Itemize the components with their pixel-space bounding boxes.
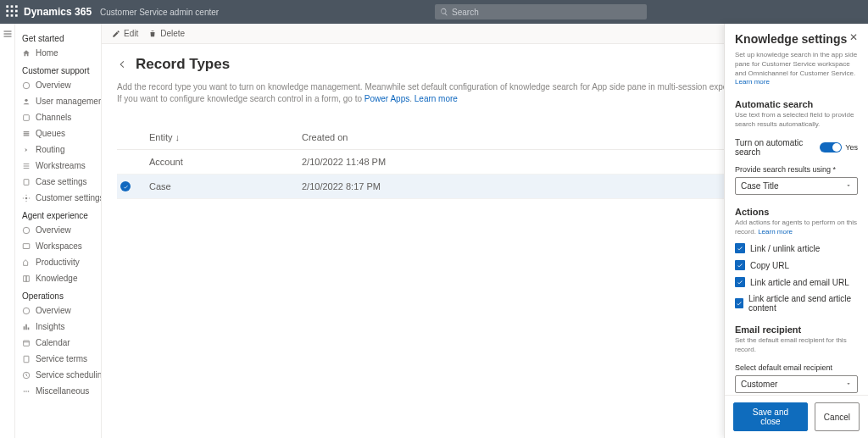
search-field-select[interactable]: Case Title bbox=[735, 177, 858, 195]
svg-point-28 bbox=[28, 391, 30, 392]
chevron-down-icon bbox=[845, 380, 852, 387]
app-launcher-icon[interactable] bbox=[5, 4, 24, 20]
sidebar-item-productivity[interactable]: Productivity bbox=[15, 254, 101, 270]
svg-rect-9 bbox=[3, 31, 11, 32]
svg-rect-6 bbox=[6, 14, 8, 17]
search-placeholder: Search bbox=[452, 8, 479, 17]
svg-rect-2 bbox=[15, 5, 18, 8]
svg-point-22 bbox=[23, 308, 30, 314]
actions-learn-more-link[interactable]: Learn more bbox=[758, 228, 793, 236]
close-icon[interactable]: ✕ bbox=[849, 32, 858, 42]
power-apps-link[interactable]: Power Apps bbox=[364, 94, 409, 103]
email-recipient-desc: Set the default email recipient for this… bbox=[735, 336, 858, 355]
sidebar-group-operations: Operations bbox=[15, 286, 101, 302]
sidebar-group-get-started: Get started bbox=[15, 29, 101, 45]
svg-rect-14 bbox=[24, 114, 30, 120]
action-checkbox-row[interactable]: Link article and email URL bbox=[735, 277, 858, 287]
sidebar-item-user-management[interactable]: User management bbox=[15, 93, 101, 109]
svg-rect-11 bbox=[3, 36, 11, 37]
action-checkbox-row[interactable]: Link article and send article content bbox=[735, 294, 858, 313]
sidebar-item-service-terms[interactable]: Service terms bbox=[15, 351, 101, 367]
search-icon bbox=[440, 8, 448, 16]
sidebar-item-workspaces[interactable]: Workspaces bbox=[15, 238, 101, 254]
actions-desc: Add actions for agents to perform on thi… bbox=[735, 219, 858, 237]
sidebar-item-workstreams[interactable]: Workstreams bbox=[15, 158, 101, 174]
email-recipient-label: Select default email recipient bbox=[735, 363, 858, 372]
back-icon[interactable] bbox=[117, 59, 127, 69]
email-recipient-heading: Email recipient bbox=[735, 324, 858, 335]
learn-more-link-2[interactable]: Learn more bbox=[415, 94, 458, 103]
panel-title: Knowledge settings bbox=[735, 32, 847, 46]
sidebar-item-op-overview[interactable]: Overview bbox=[15, 302, 101, 319]
hamburger-icon[interactable] bbox=[3, 29, 13, 39]
save-and-close-button[interactable]: Save and close bbox=[733, 402, 808, 431]
delete-icon bbox=[148, 30, 157, 38]
sidebar-item-customer-settings[interactable]: Customer settings bbox=[15, 190, 101, 206]
search-field-label: Provide search results using * bbox=[735, 165, 858, 174]
row-selected-icon bbox=[120, 181, 131, 191]
sidebar-item-insights[interactable]: Insights bbox=[15, 319, 101, 335]
sidebar-item-ae-overview[interactable]: Overview bbox=[15, 222, 101, 238]
svg-point-20 bbox=[23, 227, 30, 234]
top-bar: Dynamics 365 Customer Service admin cent… bbox=[0, 0, 868, 24]
svg-rect-1 bbox=[11, 5, 14, 8]
svg-rect-16 bbox=[24, 133, 30, 134]
actions-heading: Actions bbox=[735, 207, 858, 217]
automatic-search-heading: Automatic search bbox=[735, 99, 858, 109]
nav-rail bbox=[0, 24, 15, 438]
brand-name: Dynamics 365 bbox=[24, 6, 92, 18]
svg-rect-15 bbox=[24, 131, 30, 132]
panel-subtitle: Set up knowledge search in the app side … bbox=[735, 51, 858, 87]
auto-search-toggle[interactable] bbox=[820, 142, 842, 152]
svg-rect-0 bbox=[6, 5, 8, 8]
edit-button[interactable]: Edit bbox=[112, 29, 138, 38]
sidebar-item-case-settings[interactable]: Case settings bbox=[15, 174, 101, 190]
sidebar-item-queues[interactable]: Queues bbox=[15, 125, 101, 141]
app-name: Customer Service admin center bbox=[100, 8, 219, 17]
auto-search-toggle-label: Turn on automatic search bbox=[735, 138, 820, 157]
sidebar-item-knowledge[interactable]: Knowledge bbox=[15, 270, 101, 286]
svg-point-12 bbox=[23, 82, 30, 89]
sidebar-group-agent-experience: Agent experience bbox=[15, 206, 101, 222]
sidebar: Get started Home Customer support Overvi… bbox=[15, 24, 102, 438]
global-search-input[interactable]: Search bbox=[435, 4, 647, 19]
sidebar-item-calendar[interactable]: Calendar bbox=[15, 335, 101, 351]
action-checkbox-row[interactable]: Copy URL bbox=[735, 260, 858, 270]
svg-rect-4 bbox=[11, 9, 14, 12]
sidebar-item-overview[interactable]: Overview bbox=[15, 77, 101, 93]
svg-rect-18 bbox=[24, 179, 29, 185]
sidebar-item-home[interactable]: Home bbox=[15, 45, 101, 61]
knowledge-settings-panel: Knowledge settings ✕ Set up knowledge se… bbox=[724, 24, 868, 438]
page-title: Record Types bbox=[136, 56, 230, 73]
svg-point-19 bbox=[25, 197, 28, 199]
checkbox-icon bbox=[735, 298, 743, 308]
svg-rect-23 bbox=[24, 341, 30, 346]
svg-rect-21 bbox=[23, 243, 30, 248]
sidebar-item-routing[interactable]: Routing bbox=[15, 141, 101, 158]
edit-icon bbox=[112, 30, 120, 38]
checkbox-icon bbox=[735, 260, 745, 270]
panel-learn-more-link[interactable]: Learn more bbox=[735, 78, 770, 86]
column-entity[interactable]: Entity ↓ bbox=[149, 132, 302, 142]
action-checkbox-row[interactable]: Link / unlink article bbox=[735, 243, 858, 253]
sidebar-item-miscellaneous[interactable]: Miscellaneous bbox=[15, 383, 101, 399]
sidebar-item-service-scheduling[interactable]: Service scheduling bbox=[15, 367, 101, 383]
cell-entity: Account bbox=[149, 157, 302, 167]
svg-point-26 bbox=[24, 391, 25, 392]
panel-footer: Save and close Cancel bbox=[725, 395, 868, 438]
svg-rect-8 bbox=[15, 14, 18, 17]
svg-rect-10 bbox=[3, 34, 11, 35]
email-recipient-select[interactable]: Customer bbox=[735, 375, 858, 393]
svg-rect-24 bbox=[24, 356, 29, 363]
svg-rect-17 bbox=[24, 135, 30, 136]
sidebar-group-customer-support: Customer support bbox=[15, 61, 101, 77]
delete-button[interactable]: Delete bbox=[148, 29, 185, 38]
sidebar-item-channels[interactable]: Channels bbox=[15, 109, 101, 125]
cancel-button[interactable]: Cancel bbox=[815, 402, 860, 431]
svg-rect-5 bbox=[15, 9, 18, 12]
svg-rect-7 bbox=[11, 14, 14, 17]
chevron-down-icon bbox=[845, 182, 852, 189]
cell-entity: Case bbox=[149, 181, 302, 191]
checkbox-icon bbox=[735, 277, 745, 287]
toggle-state: Yes bbox=[845, 143, 858, 152]
